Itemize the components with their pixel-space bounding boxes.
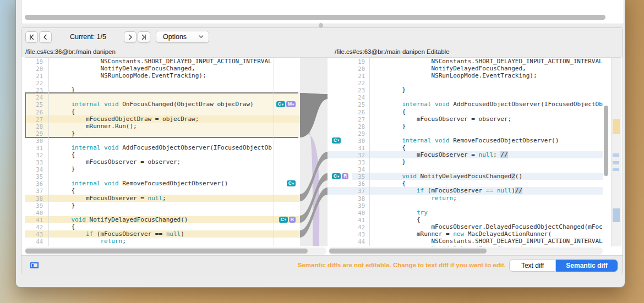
code-line[interactable]: 22 — [25, 79, 300, 86]
code-line[interactable]: 29 — [328, 130, 603, 137]
diff-badges: C▾M▾ — [276, 101, 296, 107]
code-line[interactable]: 33 mFocusObserver = observer; — [25, 158, 300, 166]
line-number: 34 — [25, 166, 43, 173]
line-number: 27 — [352, 116, 365, 123]
moved-badge[interactable]: M▾ — [286, 101, 296, 107]
code-line[interactable]: 31 { — [328, 144, 603, 151]
code-line[interactable]: 25 internal void AddFocusedObjectObserve… — [328, 101, 603, 108]
pane-top-border — [25, 57, 621, 58]
change-badge[interactable]: C▾ — [332, 173, 341, 179]
last-diff-button[interactable] — [138, 31, 150, 43]
code-line[interactable]: 36 internal void RemoveFocusedObjectObse… — [25, 180, 300, 187]
change-badge[interactable]: C▾ — [287, 180, 296, 186]
code-line[interactable]: 25 internal void OnFocusChanged(ObjectDr… — [25, 101, 300, 108]
code-line[interactable]: 30 internal void RemoveFocusedObjectObse… — [328, 137, 603, 144]
code-line[interactable]: 20 NotifyDelayedFocusChanged, — [25, 65, 300, 72]
line-number: 33 — [25, 159, 43, 166]
code-line[interactable]: 20 NotifyDelayedFocusChanged, — [328, 65, 603, 72]
code-line[interactable]: 31 internal void AddFocusedObjectObserve… — [25, 144, 300, 151]
code-line[interactable]: 23 } — [328, 86, 603, 93]
code-line[interactable]: 22 — [328, 79, 603, 86]
code-line[interactable]: 34 — [328, 166, 603, 173]
code-line[interactable]: 43 mRunner = new MacDelayedActionRunner( — [328, 230, 603, 238]
scrollbar-thumb[interactable] — [25, 15, 605, 20]
diff-marker-blue[interactable] — [613, 153, 619, 157]
code-line[interactable]: 39 } — [25, 202, 300, 209]
scrollbar-thumb[interactable] — [329, 249, 487, 254]
diff-marker-blue[interactable] — [613, 208, 620, 222]
code-line[interactable]: 24 — [328, 93, 603, 101]
code-line[interactable]: 32 mFocusObserver = null; // — [328, 151, 603, 158]
scrollbar-thumb[interactable] — [25, 249, 308, 254]
code-line[interactable]: 27 mFocusedObjectDraw = objecDraw; — [25, 115, 300, 123]
code-line[interactable]: 35 — [25, 173, 300, 180]
renamed-badge[interactable]: R — [342, 173, 348, 179]
code-line[interactable]: 26 { — [25, 108, 300, 115]
text-diff-button[interactable]: Text diff — [509, 260, 556, 272]
right-horizontal-scrollbar[interactable] — [329, 247, 603, 255]
line-number: 30 — [25, 137, 43, 144]
left-code-pane[interactable]: 19 NSConstants.SHORT_DELAYED_INPUT_ACTIO… — [25, 57, 300, 246]
code-line[interactable]: 41 void NotifyDelayedFocusChanged()C▾R — [25, 216, 300, 223]
code-line[interactable]: 44 return; — [25, 238, 300, 245]
change-badge[interactable]: C▾ — [279, 217, 288, 223]
code-line[interactable]: 21 NSRunLoopMode.EventTracking); — [328, 72, 603, 79]
previous-diff-button[interactable] — [39, 31, 52, 43]
code-line[interactable]: 27 mFocusObserver = observer; — [328, 115, 603, 123]
code-line[interactable]: 36 { — [328, 180, 603, 187]
code-line[interactable]: 43 if (mFocusObserver == null) — [25, 230, 300, 238]
toggle-panel-icon[interactable] — [30, 262, 39, 268]
options-dropdown[interactable]: Options — [156, 31, 209, 43]
code-line[interactable]: 37 if (mFocusObserver == null)// — [328, 187, 603, 194]
code-line[interactable]: 38 return; — [328, 195, 603, 202]
line-number: 29 — [352, 130, 365, 137]
code-line[interactable]: 37 { — [25, 187, 300, 194]
code-line[interactable]: 23 } — [25, 86, 300, 93]
code-line[interactable]: 40 try — [328, 209, 603, 216]
right-vertical-scrollbar[interactable] — [603, 57, 609, 246]
code-text: } — [57, 86, 75, 93]
code-line[interactable]: 19 NSConstants.SHORT_DELAYED_INPUT_ACTIO… — [328, 58, 603, 65]
line-number: 24 — [352, 94, 365, 101]
diff-marker-blue[interactable] — [613, 161, 619, 164]
code-line[interactable]: 44 NSConstants.SHORT_DELAYED_INPUT_ACTIO… — [328, 238, 603, 245]
code-text: mRunner.Run(); — [57, 123, 137, 130]
code-line[interactable]: 42 mFocusObserver.DelayedFocusedObjectCh… — [328, 223, 603, 230]
left-horizontal-scrollbar[interactable] — [25, 247, 326, 255]
code-line[interactable]: 24 — [25, 93, 300, 101]
code-line[interactable]: 45 NotifyDelayedFocusChanged, — [328, 245, 603, 246]
change-badge[interactable]: C▾ — [276, 101, 285, 107]
code-line[interactable]: 41 { — [328, 216, 603, 223]
line-number: 42 — [352, 224, 365, 230]
diff-marker-blue[interactable] — [613, 168, 619, 171]
code-line[interactable]: 32 { — [25, 151, 300, 158]
code-line[interactable]: 38 mFocusObserver = null; — [25, 195, 300, 202]
code-line[interactable]: 35 void NotifyDelayedFocusChanged2()C▾R — [328, 173, 603, 180]
code-line[interactable]: 40 — [25, 209, 300, 216]
change-badge[interactable]: C▾ — [332, 137, 341, 144]
line-number: 44 — [352, 238, 365, 245]
code-line[interactable]: 39 — [328, 202, 603, 209]
line-number: 21 — [352, 73, 365, 79]
overview-ruler[interactable] — [611, 57, 621, 246]
code-line[interactable]: 26 { — [328, 108, 603, 115]
code-line[interactable]: 28 } — [328, 123, 603, 130]
right-code-pane[interactable]: 19 NSConstants.SHORT_DELAYED_INPUT_ACTIO… — [328, 57, 621, 246]
diff-marker-yellow[interactable] — [613, 119, 620, 134]
code-line[interactable]: 33 } — [328, 158, 603, 166]
line-number: 44 — [25, 238, 43, 245]
code-line[interactable]: 21 NSRunLoopMode.EventTracking); — [25, 72, 300, 79]
top-horizontal-scrollbar[interactable] — [22, 14, 622, 21]
renamed-badge[interactable]: R — [289, 217, 296, 223]
scrollbar-thumb[interactable] — [604, 106, 608, 176]
code-line[interactable]: 29 } — [25, 130, 300, 137]
code-line[interactable]: 42 { — [25, 223, 300, 230]
code-line[interactable]: 34 } — [25, 166, 300, 173]
code-line[interactable]: 30 — [25, 137, 300, 144]
first-diff-button[interactable] — [25, 31, 38, 43]
code-line[interactable]: 28 mRunner.Run(); — [25, 123, 300, 130]
code-line[interactable]: 19 NSConstants.SHORT_DELAYED_INPUT_ACTIO… — [25, 58, 300, 65]
line-number: 38 — [25, 195, 43, 202]
semantic-diff-button[interactable]: Semantic diff — [556, 260, 618, 272]
next-diff-button[interactable] — [124, 31, 137, 43]
